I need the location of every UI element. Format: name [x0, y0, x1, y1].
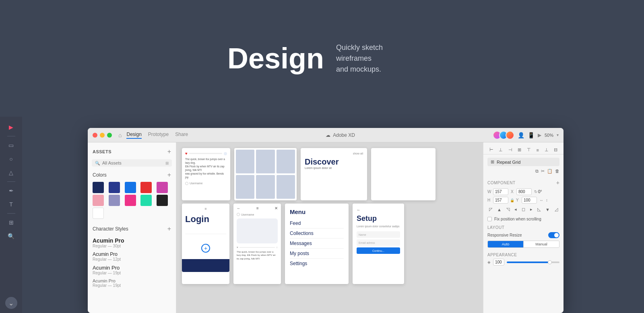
grid-view-icon[interactable]: ⊞: [165, 161, 169, 165]
sidebar-expand-icon[interactable]: ⌄: [5, 297, 17, 309]
device-icon[interactable]: 📱: [528, 132, 535, 138]
menu-item-myposts[interactable]: My posts: [290, 249, 344, 259]
frame-setup[interactable]: ← Setup Lorem ipsum dolor consetetur sad…: [353, 204, 404, 284]
flip-v-icon[interactable]: ↕: [546, 198, 548, 202]
distribute-v-icon[interactable]: ⊟: [554, 147, 557, 152]
opacity-slider[interactable]: [507, 262, 559, 263]
setup-email-field[interactable]: Email adress: [357, 239, 400, 246]
auto-resize-btn[interactable]: Auto: [488, 241, 523, 247]
close-btn[interactable]: [93, 133, 97, 138]
frame-login[interactable]: ≡ Login +: [182, 204, 229, 284]
search-input[interactable]: [102, 161, 163, 165]
setup-name-field[interactable]: Name: [357, 231, 400, 238]
responsive-toggle[interactable]: [548, 232, 559, 238]
color-swatch-2[interactable]: [109, 182, 120, 193]
menu-item-messages[interactable]: Messages: [290, 239, 344, 249]
frame-grid[interactable]: [234, 148, 297, 200]
align-tr-icon[interactable]: ◹: [506, 207, 510, 212]
align-bl-icon[interactable]: ◺: [537, 207, 541, 212]
flip-h-icon[interactable]: ↔: [539, 198, 543, 202]
tab-design[interactable]: Design: [126, 132, 141, 139]
lock-icon[interactable]: 🔒: [510, 198, 514, 202]
height-input[interactable]: [493, 197, 508, 204]
color-swatch-1[interactable]: [93, 182, 104, 193]
char-style-2[interactable]: Acumin Pro Regular — 12pt: [93, 250, 171, 263]
sidebar-rectangle-tool[interactable]: ▭: [6, 140, 17, 151]
opacity-thumb: [548, 260, 552, 264]
color-swatch-3[interactable]: [125, 182, 136, 193]
home-icon[interactable]: ⌂: [118, 132, 122, 138]
fix-position-checkbox[interactable]: [487, 217, 492, 221]
align-middle-v-icon[interactable]: ≡: [537, 148, 539, 152]
frame-chat[interactable]: ← ≡ ✕ Username ♥ ○ The quick, brown fo: [233, 204, 281, 284]
color-swatch-10[interactable]: [157, 195, 168, 206]
colors-add-icon[interactable]: +: [167, 171, 171, 179]
color-swatch-11[interactable]: [93, 208, 104, 219]
frame-menu[interactable]: Menu Feed Collections Messages My posts …: [285, 204, 349, 284]
align-left-icon[interactable]: ⊢: [489, 147, 493, 152]
tab-share[interactable]: Share: [175, 132, 188, 139]
sidebar-pen-tool[interactable]: ✒: [6, 185, 17, 196]
align-cr-icon[interactable]: ▸: [530, 207, 533, 212]
color-swatch-5[interactable]: [157, 182, 168, 193]
rp-hy-row: H 🔒 Y ↔ ↕: [487, 197, 559, 204]
align-center-h-icon[interactable]: ⊥: [499, 147, 503, 152]
tab-prototype[interactable]: Prototype: [148, 132, 169, 139]
manual-resize-btn[interactable]: Manual: [523, 241, 559, 247]
align-bottom-icon[interactable]: ⊥: [545, 147, 549, 152]
minimize-btn[interactable]: [100, 133, 105, 138]
frame-discover[interactable]: show all Discover Lorem ipsum dolor sit: [301, 148, 367, 200]
opacity-input[interactable]: [493, 259, 504, 266]
assets-search-bar[interactable]: 🔍 ⊞: [92, 159, 172, 167]
menu-item-feed[interactable]: Feed: [290, 218, 344, 229]
y-input[interactable]: [522, 197, 537, 204]
chat-text: The quick, brown fox jumps over a lazy d…: [237, 250, 278, 260]
paste-icon[interactable]: 📋: [547, 169, 553, 174]
char-style-1[interactable]: Acumin Pro Regular — 30pt: [93, 236, 171, 250]
zoom-level[interactable]: 50%: [545, 133, 553, 138]
align-top-icon[interactable]: ⊤: [527, 147, 531, 152]
canvas-area[interactable]: ♥ The quick, brown fox jumps over a lazy…: [176, 142, 483, 313]
maximize-btn[interactable]: [107, 133, 112, 138]
user-icon[interactable]: 👤: [518, 132, 524, 138]
color-swatch-4[interactable]: [140, 182, 152, 193]
sidebar-artboard-tool[interactable]: ⊞: [6, 217, 17, 228]
width-input[interactable]: [493, 188, 508, 195]
frame-social-post[interactable]: ♥ The quick, brown fox jumps over a lazy…: [182, 148, 230, 200]
sidebar-triangle-tool[interactable]: △: [6, 167, 17, 178]
align-cc-icon[interactable]: ◻: [522, 207, 525, 212]
copy-icon[interactable]: ⧉: [535, 169, 539, 174]
align-tc-icon[interactable]: ▲: [497, 207, 502, 212]
color-swatch-8[interactable]: [125, 195, 136, 206]
x-input[interactable]: [516, 188, 532, 195]
distribute-h-icon[interactable]: ⊞: [518, 147, 521, 152]
component-add-icon[interactable]: +: [556, 179, 559, 186]
setup-continue-btn[interactable]: Continu...: [357, 247, 400, 254]
align-br-icon[interactable]: ◿: [555, 207, 558, 212]
zoom-dropdown-icon[interactable]: ▾: [557, 133, 559, 137]
align-bc-icon[interactable]: ▼: [545, 207, 550, 212]
align-tl-icon[interactable]: ◸: [489, 207, 492, 212]
color-swatch-7[interactable]: [109, 195, 120, 206]
align-right-icon[interactable]: ⊣: [508, 147, 512, 152]
repeat-grid-button[interactable]: ⊞ Repeat Grid: [487, 158, 559, 166]
color-swatch-6[interactable]: [93, 195, 104, 206]
login-add-button[interactable]: +: [201, 244, 210, 253]
sidebar-ellipse-tool[interactable]: ○: [6, 153, 17, 165]
delete-icon[interactable]: 🗑: [555, 169, 559, 174]
menu-item-settings[interactable]: Settings: [290, 259, 344, 268]
cut-icon[interactable]: ✂: [541, 169, 545, 174]
assets-add-icon[interactable]: +: [167, 148, 171, 155]
sidebar-select-tool[interactable]: ▶: [6, 121, 17, 133]
sidebar-zoom-tool[interactable]: 🔍: [6, 231, 17, 242]
char-style-3[interactable]: Acumin Pro Regular — 19pt: [93, 263, 171, 277]
sidebar-text-tool[interactable]: T: [6, 199, 17, 210]
play-icon[interactable]: ▶: [538, 132, 541, 138]
assets-header: ASSETS +: [88, 146, 176, 158]
color-swatch-9[interactable]: [140, 195, 152, 206]
char-style-4[interactable]: Acumin Pro Regular — 19pt: [93, 277, 171, 289]
align-cl-icon[interactable]: ◂: [514, 207, 517, 212]
menu-item-collections[interactable]: Collections: [290, 229, 344, 239]
frame-blank[interactable]: [371, 148, 436, 200]
char-styles-add-icon[interactable]: +: [167, 225, 171, 233]
